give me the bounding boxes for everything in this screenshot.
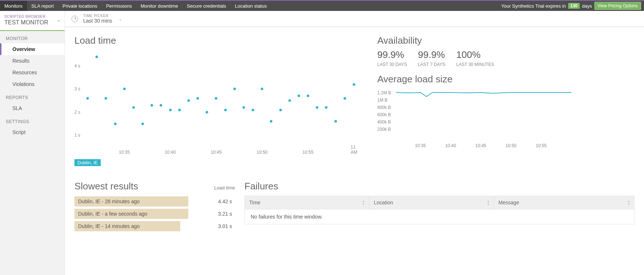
availability-metric: 99.9%LAST 30 DAYS	[377, 49, 407, 67]
sort-icon: ▴▾	[487, 200, 489, 205]
availability-label: LAST 30 DAYS	[377, 62, 407, 67]
x-tick: 11 AM	[351, 145, 357, 155]
load-time-plot-area[interactable]	[88, 52, 354, 147]
topnav-item-monitors[interactable]: Monitors	[0, 1, 27, 11]
slowest-bar: Dublin, IE - 28 minutes ago	[74, 196, 188, 207]
topnav-item-monitor-downtime[interactable]: Monitor downtime	[136, 1, 182, 11]
sidebar-item-sla[interactable]: SLA	[0, 102, 65, 114]
avg-load-size-title: Average load size	[377, 74, 578, 85]
data-point[interactable]	[197, 97, 199, 99]
availability-metric: 100%LAST 30 MINUTES	[456, 49, 494, 67]
slowest-row[interactable]: Dublin, IE - 28 minutes ago4.42 s	[74, 196, 235, 207]
data-point[interactable]	[261, 88, 263, 90]
avg-load-size-plot-area[interactable]	[396, 89, 571, 137]
y-tick: 1M B	[377, 98, 387, 103]
top-navigation: MonitorsSLA reportPrivate locationsPermi…	[0, 1, 644, 11]
topnav-item-sla-report[interactable]: SLA report	[27, 1, 58, 11]
topnav-item-secure-credentials[interactable]: Secure credentials	[182, 1, 231, 11]
slowest-value: 4.42 s	[209, 199, 235, 204]
data-point[interactable]	[215, 97, 217, 99]
monitor-picker[interactable]: SCRIPTED BROWSER TEST MONITOR ⌄	[0, 11, 65, 31]
failures-col-time[interactable]: Time▴▾	[245, 196, 369, 209]
data-point[interactable]	[288, 99, 291, 102]
data-point[interactable]	[86, 97, 89, 99]
data-point[interactable]	[252, 109, 254, 111]
data-point[interactable]	[123, 88, 126, 90]
data-point[interactable]	[96, 55, 98, 58]
slowest-title: Slowest results	[74, 181, 138, 192]
data-point[interactable]	[114, 122, 116, 125]
data-point[interactable]	[224, 109, 227, 111]
slowest-row[interactable]: Dublin, IE - 14 minutes ago3.01 s	[74, 221, 235, 231]
data-point[interactable]	[151, 104, 153, 106]
availability-title: Availability	[377, 35, 578, 46]
data-point[interactable]	[187, 99, 190, 102]
trial-days-badge: 130	[568, 3, 580, 9]
slowest-col-label: Load time	[214, 185, 235, 190]
x-tick: 10:45	[211, 150, 221, 155]
data-point[interactable]	[279, 109, 282, 111]
sidebar: SCRIPTED BROWSER TEST MONITOR ⌄ MONITORO…	[0, 11, 65, 275]
data-point[interactable]	[316, 106, 319, 109]
slowest-row[interactable]: Dublin, IE - a few seconds ago3.21 s	[74, 209, 235, 219]
availability-metric: 99.9%LAST 7 DAYS	[418, 49, 446, 67]
x-tick: 10:35	[119, 150, 130, 155]
data-point[interactable]	[169, 109, 171, 111]
trial-banner: Your Synthetics Trial expires in 130 day…	[501, 2, 644, 10]
slowest-value: 3.01 s	[209, 223, 235, 229]
data-point[interactable]	[353, 83, 355, 86]
data-point[interactable]	[242, 106, 245, 109]
data-point[interactable]	[178, 109, 181, 111]
sidebar-item-violations[interactable]: Violations	[0, 78, 65, 90]
data-point[interactable]	[132, 106, 135, 109]
data-point[interactable]	[334, 120, 337, 123]
sidebar-section-settings: SETTINGS	[0, 114, 65, 126]
topnav-item-permissions[interactable]: Permissions	[102, 1, 136, 11]
clock-icon	[72, 16, 78, 22]
load-time-legend[interactable]: Dublin, IE	[74, 159, 101, 166]
failures: Failures Time▴▾Location▴▾Message▴▾ No fa…	[244, 181, 635, 231]
data-point[interactable]	[206, 111, 208, 113]
sidebar-section-reports: REPORTS	[0, 90, 65, 102]
time-picker-value: Last 30 mins	[83, 18, 112, 24]
monitor-type-label: SCRIPTED BROWSER	[4, 15, 60, 19]
avg-load-size-chart: 200k B400k B600k B800k B1M B1.2M B 10:35…	[377, 87, 574, 149]
x-tick: 10:55	[536, 143, 547, 148]
data-point[interactable]	[297, 95, 300, 97]
x-tick: 10:35	[415, 143, 426, 148]
y-tick: 1.2M B	[377, 90, 391, 95]
time-picker[interactable]: TIME PICKER Last 30 mins ⌄	[65, 11, 644, 27]
sidebar-item-script[interactable]: Script	[0, 126, 65, 138]
sidebar-item-overview[interactable]: Overview	[0, 43, 65, 55]
data-point[interactable]	[270, 120, 273, 123]
chevron-down-icon: ⌄	[57, 17, 61, 23]
x-tick: 10:40	[165, 150, 176, 155]
y-tick: 2 s	[74, 110, 80, 115]
sort-icon: ▴▾	[363, 200, 365, 205]
availability-label: LAST 30 MINUTES	[456, 62, 494, 67]
data-point[interactable]	[233, 88, 236, 90]
monitor-name: TEST MONITOR	[4, 19, 60, 26]
x-tick: 10:55	[302, 150, 313, 155]
failures-col-message[interactable]: Message▴▾	[494, 196, 634, 209]
data-point[interactable]	[160, 104, 162, 106]
data-point[interactable]	[307, 95, 309, 97]
data-point[interactable]	[343, 97, 346, 99]
y-tick: 4 s	[74, 63, 80, 68]
slowest-results: Slowest results Load time Dublin, IE - 2…	[74, 181, 235, 231]
data-point[interactable]	[105, 97, 107, 99]
availability-label: LAST 7 DAYS	[418, 62, 446, 67]
failures-col-location[interactable]: Location▴▾	[369, 196, 494, 209]
data-point[interactable]	[325, 106, 328, 109]
sort-icon: ▴▾	[628, 200, 630, 205]
x-tick: 10:50	[505, 143, 516, 148]
x-tick: 10:45	[475, 143, 486, 148]
sidebar-item-resources[interactable]: Resources	[0, 67, 65, 78]
topnav-item-location-status[interactable]: Location status	[231, 1, 271, 11]
trial-days-label: days	[582, 3, 592, 9]
y-tick: 600k B	[377, 112, 391, 117]
view-pricing-button[interactable]: View Pricing Options	[594, 2, 641, 10]
sidebar-item-results[interactable]: Results	[0, 55, 65, 67]
topnav-item-private-locations[interactable]: Private locations	[58, 1, 101, 11]
data-point[interactable]	[142, 122, 144, 125]
